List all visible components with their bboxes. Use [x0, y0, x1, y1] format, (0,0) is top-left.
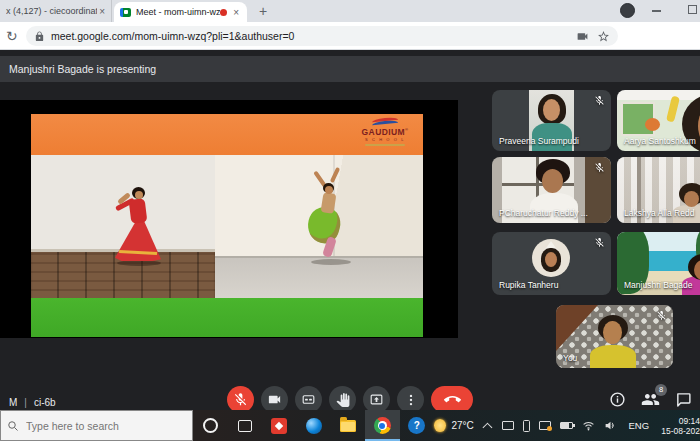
dancer-right-panel — [215, 155, 423, 298]
search-input[interactable] — [26, 420, 186, 432]
present-button[interactable] — [363, 386, 390, 410]
scene-shape — [590, 345, 636, 368]
mic-off-icon — [594, 237, 605, 248]
language-indicator[interactable]: ENG — [628, 420, 649, 431]
url-text: meet.google.com/mom-uimn-wzq?pli=1&authu… — [51, 30, 576, 42]
meet-page: Manjushri Bagade is presenting GAUDIUM® … — [0, 50, 700, 410]
tablet-icon — [502, 421, 514, 430]
task-view-button[interactable] — [228, 410, 262, 441]
meet-favicon-icon — [120, 8, 131, 17]
speaker-icon — [604, 420, 617, 431]
taskbar-app-explorer[interactable] — [331, 410, 365, 441]
taskbar-app-edge[interactable] — [296, 410, 330, 441]
search-icon — [7, 420, 19, 432]
people-count-badge: 8 — [655, 384, 667, 396]
captions-button[interactable] — [295, 386, 322, 410]
tab-meet[interactable]: Meet - mom-uimn-wzq × — [114, 2, 247, 22]
taskbar-app-red[interactable] — [262, 410, 296, 441]
scene-shape — [603, 321, 622, 344]
mic-off-icon — [594, 162, 605, 173]
flag-orange-band: GAUDIUM® S C H O O L — [31, 114, 423, 155]
videocam-icon — [267, 392, 282, 407]
new-tab-button[interactable]: + — [255, 3, 271, 19]
hand-icon — [336, 393, 350, 407]
tray-wifi-button[interactable] — [582, 420, 595, 431]
address-bar[interactable]: meet.google.com/mom-uimn-wzq?pli=1&authu… — [26, 26, 618, 46]
participant-name: You — [563, 353, 577, 363]
participant-name: Aarya Santoshkum — [624, 136, 696, 146]
bookmark-star-icon[interactable] — [597, 30, 610, 43]
mic-off-icon — [233, 392, 248, 407]
cortana-button[interactable] — [193, 410, 227, 441]
tab-gmail[interactable]: x (4,127) - ciecoordinator@t × — [0, 0, 112, 22]
participant-tile-lakshya[interactable]: Lakshya Alla Redd — [617, 157, 700, 223]
self-view-tile[interactable]: You — [556, 305, 673, 368]
mic-mute-button[interactable] — [227, 386, 254, 410]
taskbar-clock[interactable]: 09:14 15-08-202 — [656, 416, 700, 436]
participant-name: Rupika Tanheru — [499, 280, 558, 290]
meeting-details-button[interactable] — [609, 391, 626, 410]
taskbar-app-chrome[interactable] — [365, 410, 399, 441]
camera-button[interactable] — [261, 386, 288, 410]
participant-name: PCharuchatur Reddy ... — [499, 208, 588, 218]
people-panel-button[interactable]: 8 — [641, 390, 660, 410]
participant-tile-manjushri[interactable]: Manjushri Bagade — [617, 232, 700, 295]
task-view-icon — [238, 420, 252, 432]
profile-avatar[interactable] — [620, 3, 635, 18]
media-recording-dot-icon — [220, 9, 227, 16]
end-call-button[interactable] — [431, 386, 473, 410]
scene-shape — [545, 252, 557, 267]
presentation-stage[interactable]: GAUDIUM® S C H O O L — [0, 100, 458, 338]
display-notification-icon — [539, 421, 551, 430]
tab-close-icon[interactable]: × — [97, 6, 107, 17]
info-icon — [609, 391, 626, 408]
tab-title: x (4,127) - ciecoordinator@t — [6, 6, 97, 16]
tab-title: Meet - mom-uimn-wzq — [136, 7, 220, 17]
reload-button[interactable]: ↻ — [6, 28, 18, 44]
phone-icon — [523, 420, 530, 432]
logo-tagline-bar — [365, 144, 405, 146]
participant-tile-rupika[interactable]: Rupika Tanheru — [492, 232, 611, 295]
scene-shape — [330, 167, 340, 183]
raise-hand-button[interactable] — [329, 386, 356, 410]
show-hidden-icons-chevron[interactable] — [482, 422, 492, 432]
tray-volume-button[interactable] — [604, 420, 617, 431]
chat-panel-button[interactable] — [675, 391, 692, 410]
camera-in-use-icon[interactable] — [576, 30, 589, 43]
scene-shape — [325, 186, 333, 194]
tray-help-button[interactable]: ? — [400, 410, 434, 441]
tray-phone-button[interactable] — [523, 420, 530, 432]
participant-tile-aarya[interactable]: Aarya Santoshkum — [617, 90, 700, 151]
window-maximize-button[interactable] — [688, 5, 697, 14]
logo-subtitle: S C H O O L — [355, 137, 415, 142]
tray-battery-button[interactable] — [560, 422, 573, 429]
weather-sun-icon[interactable] — [434, 419, 446, 432]
cortana-icon — [203, 418, 218, 433]
tab-close-icon[interactable]: × — [231, 7, 241, 18]
gaudium-school-logo: GAUDIUM® S C H O O L — [355, 118, 415, 146]
more-options-button[interactable] — [397, 386, 424, 410]
more-vert-icon — [404, 393, 418, 407]
dance-panels — [31, 155, 423, 298]
taskbar-search-box[interactable] — [0, 410, 193, 441]
file-explorer-icon — [340, 420, 356, 432]
window-minimize-button[interactable] — [652, 10, 661, 12]
clock-time: 09:14 — [656, 416, 700, 426]
battery-icon — [560, 422, 573, 429]
scene-shape — [645, 118, 660, 131]
tray-tablet-button[interactable] — [502, 421, 514, 430]
tray-display-button[interactable] — [539, 421, 551, 430]
participant-tile-praveena[interactable]: Praveena Surampudi — [492, 90, 611, 151]
flag-green-band — [31, 298, 423, 337]
shared-video: GAUDIUM® S C H O O L — [31, 114, 423, 337]
scene-shape — [684, 191, 699, 207]
scene-shape — [135, 191, 143, 199]
registered-mark: ® — [405, 127, 408, 132]
wifi-icon — [582, 420, 595, 431]
weather-temperature[interactable]: 27°C — [451, 420, 473, 431]
meeting-side-buttons: 8 — [609, 390, 692, 410]
participant-name: Praveena Surampudi — [499, 136, 579, 146]
participant-avatar — [532, 239, 570, 277]
participant-tile-pcharuchatur[interactable]: PCharuchatur Reddy ... — [492, 157, 611, 223]
mic-off-icon — [594, 95, 605, 106]
